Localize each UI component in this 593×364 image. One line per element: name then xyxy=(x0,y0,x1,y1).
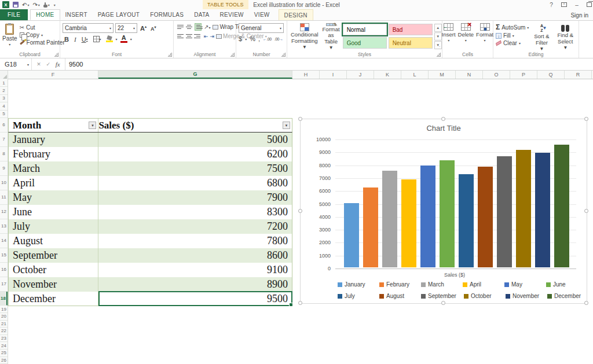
row-header-5[interactable]: 5 xyxy=(0,111,8,118)
month-cell[interactable]: April xyxy=(9,176,98,190)
help-button[interactable]: ? xyxy=(547,2,555,8)
sales-cell[interactable]: 9500 xyxy=(98,292,292,306)
fill-color-button[interactable] xyxy=(105,36,114,42)
chart-bar-october[interactable] xyxy=(516,150,531,267)
month-cell[interactable]: August xyxy=(9,234,98,248)
column-header-R[interactable]: R xyxy=(565,71,592,79)
legend-item-august[interactable]: August xyxy=(379,293,413,299)
month-filter-icon[interactable]: ▼ xyxy=(89,122,96,129)
month-cell[interactable]: October xyxy=(9,263,98,277)
font-dialog-launcher[interactable] xyxy=(168,53,172,57)
tab-formulas[interactable]: FORMULAS xyxy=(145,9,189,20)
column-header-K[interactable]: K xyxy=(374,71,401,79)
row-header-6[interactable]: 6 xyxy=(0,118,8,133)
chart-bar-november[interactable] xyxy=(535,153,550,267)
sales-cell[interactable]: 5000 xyxy=(98,133,292,147)
clear-button[interactable]: Clear▾ xyxy=(496,40,529,46)
font-color-button[interactable]: A xyxy=(119,35,129,43)
row-header-9[interactable]: 9 xyxy=(0,161,8,176)
row-header-7[interactable]: 7 xyxy=(0,133,8,147)
row-header-12[interactable]: 12 xyxy=(0,205,8,219)
row-header-15[interactable]: 15 xyxy=(0,248,8,263)
tab-review[interactable]: REVIEW xyxy=(215,9,249,20)
legend-item-july[interactable]: July xyxy=(338,293,371,299)
legend-item-april[interactable]: April xyxy=(463,281,496,288)
sales-cell[interactable]: 7200 xyxy=(98,219,292,234)
tab-data[interactable]: DATA xyxy=(189,9,214,20)
sales-cell[interactable]: 7500 xyxy=(98,161,292,176)
confirm-entry-icon[interactable]: ✓ xyxy=(46,61,51,67)
row-header-22[interactable]: 22 xyxy=(0,328,8,335)
legend-item-january[interactable]: January xyxy=(338,281,371,288)
row-header-17[interactable]: 17 xyxy=(0,277,8,292)
chart-bar-december[interactable] xyxy=(554,145,569,267)
sales-filter-icon[interactable]: ▼ xyxy=(283,122,290,129)
row-header-16[interactable]: 16 xyxy=(0,263,8,277)
legend-item-june[interactable]: June xyxy=(546,281,580,288)
format-cells-button[interactable]: Format▾ xyxy=(476,23,493,51)
borders-button[interactable]: ▾ xyxy=(91,36,103,42)
legend-item-march[interactable]: March xyxy=(421,281,455,288)
sales-cell[interactable]: 8600 xyxy=(98,248,292,263)
increase-indent-icon[interactable]: ⇥ xyxy=(210,34,214,39)
column-header-L[interactable]: L xyxy=(401,71,429,79)
find-select-button[interactable]: Find & Select ▾ xyxy=(555,23,576,51)
decrease-decimal-button[interactable]: .00→ xyxy=(274,37,283,41)
number-format-combo[interactable]: General▾ xyxy=(239,23,284,33)
copy-button[interactable]: Copy ▾ xyxy=(20,32,65,38)
column-header-M[interactable]: M xyxy=(429,71,456,79)
chart-bar-august[interactable] xyxy=(478,167,493,267)
chart-selection-handle[interactable] xyxy=(441,117,445,121)
increase-decimal-button[interactable]: ←.00 xyxy=(263,37,272,41)
align-right-icon[interactable] xyxy=(195,33,202,39)
chart-bar-april[interactable] xyxy=(401,179,416,267)
month-cell[interactable]: November xyxy=(9,277,98,292)
touch-mode-icon[interactable]: ▾ xyxy=(43,2,50,8)
row-header-23[interactable]: 23 xyxy=(0,335,8,343)
format-painter-button[interactable]: Format Painter xyxy=(20,39,65,46)
sales-cell[interactable]: 6200 xyxy=(98,147,292,161)
name-box[interactable]: G18 ▾ xyxy=(0,58,32,70)
number-dialog-launcher[interactable] xyxy=(281,53,285,57)
legend-item-september[interactable]: September xyxy=(421,293,456,299)
month-header-cell[interactable]: Month▼ xyxy=(9,119,98,132)
chart-bar-july[interactable] xyxy=(459,174,474,267)
chart-selection-handle[interactable] xyxy=(584,301,588,305)
chart-bar-may[interactable] xyxy=(420,166,435,267)
undo-icon[interactable]: ↶▾ xyxy=(22,2,29,8)
sales-cell[interactable]: 7900 xyxy=(98,190,292,205)
chart-bar-september[interactable] xyxy=(497,156,512,267)
conditional-formatting-button[interactable]: Conditional Formatting ▾ xyxy=(290,23,320,51)
autosum-button[interactable]: Σ AutoSum▾ xyxy=(496,23,529,31)
restore-button[interactable] xyxy=(587,2,592,7)
tab-home[interactable]: HOME xyxy=(30,9,60,20)
sales-cell[interactable]: 6800 xyxy=(98,176,292,190)
chart-selection-handle[interactable] xyxy=(298,117,302,121)
column-header-F[interactable]: F xyxy=(8,71,98,79)
column-header-N[interactable]: N xyxy=(456,71,483,79)
row-header-2[interactable]: 2 xyxy=(0,87,8,94)
tab-insert[interactable]: INSERT xyxy=(60,9,93,20)
month-cell[interactable]: February xyxy=(9,147,98,161)
column-header-I[interactable]: I xyxy=(320,71,347,79)
customize-qat-icon[interactable]: ▾ xyxy=(53,3,56,7)
month-cell[interactable]: September xyxy=(9,248,98,263)
increase-font-size-button[interactable]: A▴ xyxy=(139,24,148,32)
legend-item-may[interactable]: May xyxy=(504,281,538,288)
chart-selection-handle[interactable] xyxy=(298,209,302,213)
top-align-icon[interactable] xyxy=(176,24,183,30)
row-header-25[interactable]: 25 xyxy=(0,350,8,357)
select-all-corner[interactable] xyxy=(0,71,8,79)
month-cell[interactable]: June xyxy=(9,205,98,219)
ribbon-display-options-button[interactable]: ˄ xyxy=(561,2,567,7)
font-size-combo[interactable]: 22▾ xyxy=(115,23,137,33)
cut-button[interactable]: ✂ Cut xyxy=(20,24,65,31)
bar-chart[interactable]: Chart Title 0100020003000400050006000700… xyxy=(300,119,587,304)
tab-design[interactable]: DESIGN xyxy=(279,9,313,20)
sales-cell[interactable]: 8300 xyxy=(98,205,292,219)
save-icon[interactable] xyxy=(13,2,19,8)
align-left-icon[interactable] xyxy=(176,33,183,39)
row-header-26[interactable]: 26 xyxy=(0,357,8,364)
row-header-24[interactable]: 24 xyxy=(0,342,8,350)
column-header-Q[interactable]: Q xyxy=(537,71,565,79)
